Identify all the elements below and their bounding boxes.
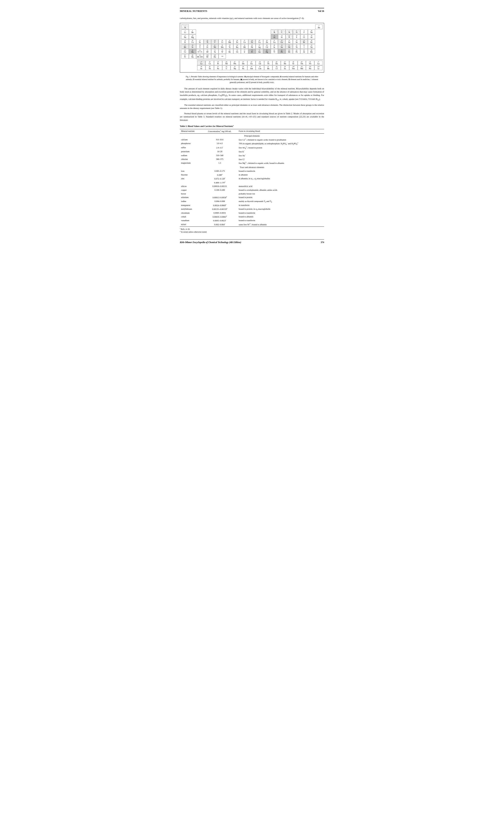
cell-conc: 9.0–10.6: [202, 138, 238, 142]
element-W: 74W: [219, 49, 226, 54]
element-Os: 76Os: [233, 49, 241, 54]
cell-nutrient: [180, 181, 202, 185]
cell-conc: 0.0024–0.0069d: [202, 203, 238, 207]
table2-header-row: Mineral nutrient Concentration,b mg/100 …: [180, 129, 324, 133]
cell-nutrient: silicon: [180, 185, 202, 188]
body-paragraph-1: The amount of each element required in d…: [180, 87, 324, 101]
cell-conc: 0.00013–0.0034d: [202, 196, 238, 199]
element-Rn: 86Rn: [308, 49, 315, 54]
table-row: calcium 9.0–10.6 free Ca2+; chelated to …: [180, 138, 324, 142]
table-row: fluorine 0.280d in albumin: [180, 173, 324, 177]
cell-form: bound in protein; in α2-macroglobulin: [238, 207, 324, 211]
element-Cm: 96Cm: [256, 65, 264, 70]
cell-conc: 0.072–0.120f: [202, 177, 238, 181]
cell-form: monosilicic acid: [238, 185, 324, 188]
element-Al: 13Al: [271, 34, 278, 39]
section-principal-elements: Principal elements: [180, 133, 324, 138]
cell-nutrient: molybdenum: [180, 207, 202, 211]
footer-title: Kirk-Othmer Encyclopedia of Chemical Tec…: [180, 241, 241, 244]
cell-nutrient: potassium: [180, 150, 202, 154]
cell-form: 70% in organic phospholipids; as orthoph…: [238, 142, 324, 146]
element-Sr: 38Sr: [189, 44, 196, 49]
element-Ni: 28Ni: [248, 39, 256, 44]
cell-form: mainly as thyroid compounds T3 and T4: [238, 200, 324, 203]
element-Np: 93Np: [231, 65, 239, 70]
table-row: manganese 0.0024–0.0069d in transferrin: [180, 203, 324, 207]
cell-conc: 0.00135–0.00159d: [202, 207, 238, 211]
element-Ar: 18Ar: [308, 34, 315, 39]
element-B: 5B: [271, 29, 278, 34]
element-La-series: La57–71: [196, 49, 203, 54]
table-row: sulfur 2.9–3.5c free SO42−; bound in pro…: [180, 146, 324, 150]
cell-nutrient: phosphorus: [180, 142, 202, 146]
empty-row1: [189, 25, 308, 29]
element-Mg: 12Mg: [189, 34, 196, 39]
element-Ru: 44Ru: [233, 44, 241, 49]
element-Ba: 56Ba: [189, 49, 196, 54]
cell-form: bound to transferrin: [238, 211, 324, 215]
element-Co: 27Co: [241, 39, 248, 44]
cell-nutrient: sulfur: [180, 146, 202, 150]
cell-nutrient: vanadium: [180, 219, 202, 223]
element-At: 85At: [301, 49, 308, 54]
cell-form: bound to ceruloplasmin; albumin; amino a…: [238, 188, 324, 192]
element-In: 49In: [271, 44, 278, 49]
table-row: silicon 0.00016–0.00131 monosilicic acid: [180, 185, 324, 188]
element-Lr: 103Lr: [314, 65, 322, 70]
element-Ho: 67Ho: [281, 61, 289, 65]
empty-row1b: [308, 25, 315, 29]
cell-form: free K+: [238, 150, 324, 154]
table-row: nickel 0.002–0.004c some free Ni2+; boun…: [180, 223, 324, 227]
element-Ir: 77Ir: [241, 49, 248, 54]
element-Bk: 97Bk: [264, 65, 272, 70]
element-No: 102No: [306, 65, 314, 70]
element-Cu: 29Cu: [256, 39, 263, 44]
section-label-trace: Trace and ultratrace elements: [180, 165, 324, 169]
cell-form: bound to transferrin: [238, 169, 324, 173]
element-Ga: 31Ga: [271, 39, 278, 44]
element-106: 106: [219, 54, 226, 59]
element-S: 16S: [293, 34, 300, 39]
element-Ce: 58Ce: [206, 61, 214, 65]
element-Yb: 70Yb: [306, 61, 314, 65]
element-Po: 84Po: [293, 49, 300, 54]
table-row: zinc 0.072–0.120f in albumin; in α1-, α2…: [180, 177, 324, 181]
col-concentration: Concentration,b mg/100 mL: [202, 129, 238, 133]
cell-form: free Cl−: [238, 158, 324, 161]
element-Er: 68Er: [289, 61, 297, 65]
footnote-b: b In serum unless otherwise noted.: [180, 231, 324, 233]
element-Y: 39Y: [196, 44, 203, 49]
cell-nutrient: selenium: [180, 196, 202, 199]
cell-form: [238, 181, 324, 185]
element-Rf: 104Rf: [204, 54, 211, 59]
cell-nutrient: chlorine: [180, 158, 202, 161]
body-paragraph-2: The essential mineral nutrients are clas…: [180, 103, 324, 110]
cell-form: some free Ni2+; bound to albumin: [238, 223, 324, 227]
element-Th: 90Th: [206, 65, 214, 70]
cell-conc: 2.9–3.5c: [202, 146, 238, 150]
col-form: Form in circulating blood: [238, 129, 324, 133]
element-Ge: 32Ge: [278, 39, 285, 44]
element-La-57: 57La: [197, 61, 206, 65]
table-row: cobalt 0.00035–0.0063d bound to albumin: [180, 215, 324, 219]
cell-nutrient: cobalt: [180, 215, 202, 219]
cell-form: free Na+: [238, 154, 324, 158]
intro-paragraph: carbohydrates, fats, and proteins, miner…: [180, 17, 324, 20]
cell-conc: 3.0–4.5: [202, 142, 238, 146]
cell-conc: 0.0005–0.0031: [202, 211, 238, 215]
table-row: boron probably borate ion: [180, 192, 324, 196]
element-Pm: 61Pm: [231, 61, 239, 65]
cell-form: bound to transferrin: [238, 219, 324, 223]
cell-form: bound to albumin: [238, 215, 324, 219]
cell-nutrient: magnesium: [180, 161, 202, 165]
element-Md: 101Md: [298, 65, 306, 70]
element-Gd: 64Gd: [256, 61, 264, 65]
element-Am: 95Am: [248, 65, 256, 70]
element-Ra: 88Ra: [189, 54, 196, 59]
cell-conc: 0.100–0.200: [202, 188, 238, 192]
element-Sm: 62Sm: [239, 61, 247, 65]
element-H: 1H: [182, 25, 189, 29]
element-Kr: 36Kr: [308, 39, 315, 44]
table-row: magnesium 1.3 free Mg2+; chelated to org…: [180, 161, 324, 165]
element-Ta: 73Ta: [211, 49, 219, 54]
